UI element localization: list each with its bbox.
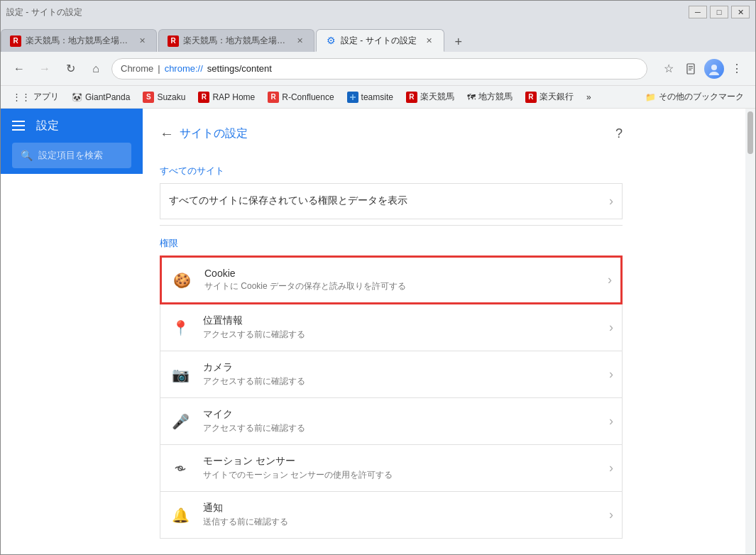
bookmark-star-button[interactable]: ☆ [659, 59, 679, 79]
location-subtitle: アクセスする前に確認する [203, 329, 598, 341]
search-box[interactable]: 🔍 設定項目を検索 [12, 143, 131, 168]
bookmark-rconfluence-label: R-Confluence [282, 92, 334, 102]
address-path: settings/content [207, 63, 272, 74]
bookmark-giantpanda[interactable]: 🐼 GiantPanda [66, 89, 136, 106]
bookmark-rconfluence[interactable]: R R-Confluence [262, 89, 339, 106]
section-permissions-header: 権限 [160, 237, 623, 250]
tab-2-close[interactable]: ✕ [294, 35, 305, 47]
all-sites-item-text: すべてのサイトに保存されている権限とデータを表示 [169, 194, 598, 209]
bookmark-otherbookmarks-label: その他のブックマーク [659, 91, 744, 103]
window-title: 設定 - サイトの設定 [6, 6, 82, 18]
notifications-item-text: 通知 送信する前に確認する [203, 502, 598, 528]
camera-settings-item[interactable]: 📷 カメラ アクセスする前に確認する › [160, 351, 623, 398]
main-content: 設定 🔍 設定項目を検索 ← サイトの設定 ? すべてのサイト [1, 109, 755, 554]
toolbar-right: ☆ ⋮ [659, 59, 747, 79]
mic-title: マイク [203, 408, 598, 421]
bookmark-rakutenbank[interactable]: R 楽天銀行 [520, 89, 579, 106]
location-arrow-icon: › [609, 320, 613, 335]
bookmark-teamsite[interactable]: teamsite [341, 89, 399, 106]
back-button[interactable]: ← [9, 59, 29, 79]
close-button[interactable]: ✕ [731, 6, 750, 18]
cookie-settings-item[interactable]: 🍪 Cookie サイトに Cookie データの保存と読み取りを許可する › [160, 255, 623, 304]
scroll-thumb[interactable] [747, 111, 753, 154]
camera-subtitle: アクセスする前に確認する [203, 375, 598, 388]
mic-arrow-icon: › [609, 414, 613, 429]
svg-rect-2 [689, 67, 693, 68]
profile-avatar[interactable] [704, 59, 724, 79]
address-input[interactable]: Chrome | chrome://settings/content [111, 58, 647, 79]
cookie-arrow-icon: › [608, 273, 612, 287]
tab-1[interactable]: R 楽天競馬：地方競馬全場のオッ... ✕ [1, 29, 157, 52]
address-prefix: Chrome [121, 63, 153, 74]
bookmark-chihokeiba[interactable]: 🗺 地方競馬 [461, 89, 518, 106]
new-tab-button[interactable]: + [449, 32, 469, 52]
section-divider [160, 225, 623, 226]
bookmark-rakutenkeiba[interactable]: R 楽天競馬 [400, 89, 460, 106]
camera-item-text: カメラ アクセスする前に確認する [203, 361, 598, 388]
more-label: » [586, 92, 591, 102]
notifications-arrow-icon: › [609, 507, 613, 522]
bookmark-chihokeiba-label: 地方競馬 [478, 91, 513, 103]
settings-header: 設定 [1, 109, 143, 143]
bookmark-more[interactable]: » [581, 89, 597, 106]
maximize-button[interactable]: □ [710, 6, 728, 18]
mic-icon: 🎤 [169, 410, 192, 433]
forward-button[interactable]: → [35, 59, 55, 79]
notifications-subtitle: 送信する前に確認する [203, 516, 598, 528]
address-sep: | [158, 63, 160, 74]
all-sites-item[interactable]: すべてのサイトに保存されている権限とデータを表示 › [160, 183, 623, 219]
raphome-icon: R [198, 92, 209, 103]
panda-icon: 🐼 [72, 92, 82, 102]
mic-settings-item[interactable]: 🎤 マイク アクセスする前に確認する › [160, 398, 623, 445]
search-placeholder: 設定項目を検索 [38, 149, 103, 162]
rakutenbank-icon: R [525, 92, 537, 103]
motion-icon [169, 457, 192, 480]
settings-sidebar-title: 設定 [36, 119, 59, 133]
section-all-sites-header: すべてのサイト [160, 165, 623, 177]
menu-button[interactable]: ⋮ [727, 59, 747, 79]
page-title: サイトの設定 [180, 126, 248, 141]
tab-1-close[interactable]: ✕ [136, 35, 148, 47]
settings-search-bar: 🔍 設定項目を検索 [1, 143, 143, 174]
suzaku-icon: S [143, 92, 154, 103]
motion-settings-item[interactable]: モーション センサー サイトでのモーション センサーの使用を許可する › [160, 445, 623, 492]
title-bar: 設定 - サイトの設定 ─ □ ✕ [1, 1, 755, 23]
rakutenkeiba-icon: R [406, 92, 417, 103]
bookmark-suzaku-label: Suzaku [157, 92, 185, 102]
motion-title: モーション センサー [203, 455, 598, 468]
cookie-subtitle: サイトに Cookie データの保存と読み取りを許可する [204, 280, 596, 292]
pdf-icon-button[interactable] [681, 59, 701, 79]
svg-rect-1 [689, 66, 693, 67]
minimize-button[interactable]: ─ [689, 6, 707, 18]
bookmark-raphome[interactable]: R RAP Home [192, 89, 261, 106]
tab-2[interactable]: R 楽天競馬：地方競馬全場のオッ... ✕ [158, 29, 314, 52]
notifications-settings-item[interactable]: 🔔 通知 送信する前に確認する › [160, 492, 623, 539]
notification-icon: 🔔 [169, 504, 192, 527]
tab-3-favicon: ⚙ [325, 35, 336, 46]
bookmark-otherbookmarks[interactable]: 📁 その他のブックマーク [640, 89, 750, 106]
notifications-title: 通知 [203, 502, 598, 515]
folder-icon: 📁 [645, 92, 656, 102]
help-icon[interactable]: ? [615, 126, 623, 141]
home-button[interactable]: ⌂ [86, 59, 106, 79]
reload-button[interactable]: ↻ [60, 59, 80, 79]
hamburger-line-3 [12, 129, 25, 131]
bookmark-apps[interactable]: ⋮⋮ アプリ [6, 89, 65, 106]
bookmark-suzaku[interactable]: S Suzaku [137, 89, 191, 106]
cookie-icon: 🍪 [170, 269, 193, 292]
hamburger-button[interactable] [12, 121, 25, 131]
location-settings-item[interactable]: 📍 位置情報 アクセスする前に確認する › [160, 304, 623, 351]
search-icon: 🔍 [21, 150, 33, 161]
back-arrow-button[interactable]: ← [160, 126, 174, 142]
back-navigation: ← サイトの設定 ? [160, 120, 623, 148]
location-icon: 📍 [169, 317, 192, 339]
mic-subtitle: アクセスする前に確認する [203, 422, 598, 434]
tab-3[interactable]: ⚙ 設定 - サイトの設定 ✕ [316, 29, 444, 52]
bookmark-rakutenkeiba-label: 楽天競馬 [420, 91, 454, 103]
svg-point-5 [709, 72, 719, 75]
scrollbar[interactable] [745, 109, 755, 554]
tab-3-close[interactable]: ✕ [424, 35, 435, 46]
hamburger-line-2 [12, 125, 25, 126]
bookmark-apps-label: アプリ [33, 91, 59, 103]
svg-point-4 [711, 65, 717, 70]
